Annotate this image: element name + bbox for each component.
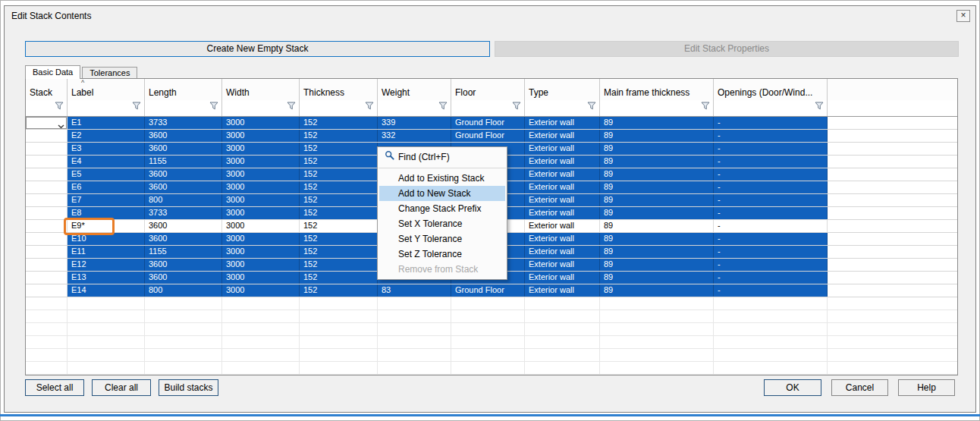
cell-thickness[interactable]: 152	[300, 130, 378, 142]
cell-openings[interactable]: -	[714, 168, 828, 181]
column-header-main-frame-thickness[interactable]: Main frame thickness	[600, 79, 714, 100]
menu-item-set-z-tolerance[interactable]: Set Z Tolerance	[379, 247, 505, 262]
cell-weight[interactable]: 339	[378, 117, 451, 129]
cell-width[interactable]: 3000	[222, 284, 300, 297]
cell-length[interactable]: 3600	[145, 181, 222, 193]
cell-type[interactable]: Exterior wall	[525, 156, 600, 168]
cell-stack[interactable]	[26, 143, 68, 155]
cell-thickness[interactable]: 152	[300, 259, 378, 271]
cell-length[interactable]: 1155	[145, 246, 222, 258]
cell-openings[interactable]: -	[714, 284, 828, 297]
cell-length[interactable]: 3600	[145, 168, 222, 181]
menu-item-set-y-tolerance[interactable]: Set Y Tolerance	[379, 231, 505, 247]
cell-width[interactable]: 3000	[222, 259, 300, 271]
cell-type[interactable]: Exterior wall	[525, 117, 600, 129]
cell-width[interactable]: 3000	[222, 220, 300, 232]
cell-main_frame_thickness[interactable]: 89	[600, 143, 714, 155]
cell-type[interactable]: Exterior wall	[525, 143, 600, 155]
cell-stack[interactable]	[26, 130, 68, 142]
clear-all-button[interactable]: Clear all	[92, 379, 151, 396]
cell-openings[interactable]: -	[714, 246, 828, 258]
column-header-thickness[interactable]: Thickness	[300, 79, 378, 100]
stack-dropdown-cell[interactable]	[26, 117, 68, 129]
cell-width[interactable]: 3000	[222, 194, 300, 206]
table-row-e2[interactable]: E236003000152332Ground FloorExterior wal…	[26, 130, 957, 143]
column-header-weight[interactable]: Weight	[378, 79, 451, 100]
cell-thickness[interactable]: 152	[300, 233, 378, 245]
column-header-type[interactable]: Type	[525, 79, 600, 100]
cell-openings[interactable]: -	[714, 207, 828, 219]
cell-width[interactable]: 3000	[222, 117, 300, 129]
cell-label[interactable]: E4	[68, 156, 145, 168]
filter-funnel-icon[interactable]	[132, 99, 141, 113]
filter-funnel-icon[interactable]	[365, 99, 374, 113]
cell-floor[interactable]: Ground Floor	[451, 284, 525, 297]
cell-type[interactable]: Exterior wall	[525, 233, 600, 245]
filter-cell-type[interactable]	[525, 100, 600, 116]
filter-funnel-icon[interactable]	[587, 99, 596, 113]
cell-length[interactable]: 3733	[145, 117, 222, 129]
cell-thickness[interactable]: 152	[300, 220, 378, 232]
cell-width[interactable]: 3000	[222, 233, 300, 245]
cell-main_frame_thickness[interactable]: 89	[600, 130, 714, 142]
cell-label[interactable]: E2	[68, 130, 145, 142]
cell-main_frame_thickness[interactable]: 89	[600, 220, 714, 232]
column-header-openings-door-wind[interactable]: Openings (Door/Wind...	[714, 79, 828, 100]
cell-type[interactable]: Exterior wall	[525, 272, 600, 284]
cell-type[interactable]: Exterior wall	[525, 207, 600, 219]
cell-length[interactable]: 3733	[145, 207, 222, 219]
cell-width[interactable]: 3000	[222, 143, 300, 155]
cell-thickness[interactable]: 152	[300, 143, 378, 155]
cell-openings[interactable]: -	[714, 117, 828, 129]
column-header-width[interactable]: Width	[222, 79, 300, 100]
cell-type[interactable]: Exterior wall	[525, 168, 600, 181]
cell-main_frame_thickness[interactable]: 89	[600, 194, 714, 206]
cell-stack[interactable]	[26, 194, 68, 206]
cell-main_frame_thickness[interactable]: 89	[600, 117, 714, 129]
cell-main_frame_thickness[interactable]: 89	[600, 156, 714, 168]
cell-width[interactable]: 3000	[222, 246, 300, 258]
cell-thickness[interactable]: 152	[300, 284, 378, 297]
cell-length[interactable]: 3600	[145, 259, 222, 271]
cell-label[interactable]: E12	[68, 259, 145, 271]
cell-length[interactable]: 800	[145, 284, 222, 297]
cell-openings[interactable]: -	[714, 143, 828, 155]
cell-label[interactable]: E7	[68, 194, 145, 206]
cell-width[interactable]: 3000	[222, 181, 300, 193]
cell-type[interactable]: Exterior wall	[525, 259, 600, 271]
cell-stack[interactable]	[26, 220, 68, 232]
table-row-e14[interactable]: E14800300015283Ground FloorExterior wall…	[26, 284, 957, 297]
cell-label[interactable]: E3	[68, 143, 145, 155]
cell-stack[interactable]	[26, 207, 68, 219]
menu-item-add-to-new-stack[interactable]: Add to New Stack	[379, 186, 505, 201]
cell-length[interactable]: 1155	[145, 156, 222, 168]
cell-thickness[interactable]: 152	[300, 246, 378, 258]
filter-funnel-icon[interactable]	[512, 99, 521, 113]
cell-type[interactable]: Exterior wall	[525, 284, 600, 297]
column-header-length[interactable]: Length	[145, 79, 222, 100]
cell-width[interactable]: 3000	[222, 130, 300, 142]
cell-stack[interactable]	[26, 272, 68, 284]
cell-openings[interactable]: -	[714, 272, 828, 284]
cell-thickness[interactable]: 152	[300, 194, 378, 206]
cell-stack[interactable]	[26, 181, 68, 193]
cell-openings[interactable]: -	[714, 259, 828, 271]
cell-main_frame_thickness[interactable]: 89	[600, 284, 714, 297]
chevron-down-icon[interactable]	[58, 121, 64, 129]
filter-cell-main-frame-thickness[interactable]	[600, 100, 714, 116]
cell-thickness[interactable]: 152	[300, 181, 378, 193]
filter-funnel-icon[interactable]	[701, 99, 710, 113]
filter-cell-stack[interactable]	[26, 100, 68, 116]
cell-main_frame_thickness[interactable]: 89	[600, 233, 714, 245]
cell-length[interactable]: 3600	[145, 220, 222, 232]
cell-thickness[interactable]: 152	[300, 117, 378, 129]
cell-type[interactable]: Exterior wall	[525, 220, 600, 232]
column-header-floor[interactable]: Floor	[451, 79, 525, 100]
cell-label[interactable]: E14	[68, 284, 145, 297]
cell-label[interactable]: E1	[68, 117, 145, 129]
cell-length[interactable]: 3600	[145, 272, 222, 284]
cell-floor[interactable]: Ground Floor	[451, 130, 525, 142]
cell-main_frame_thickness[interactable]: 89	[600, 181, 714, 193]
cell-stack[interactable]	[26, 168, 68, 181]
filter-funnel-icon[interactable]	[438, 99, 448, 113]
